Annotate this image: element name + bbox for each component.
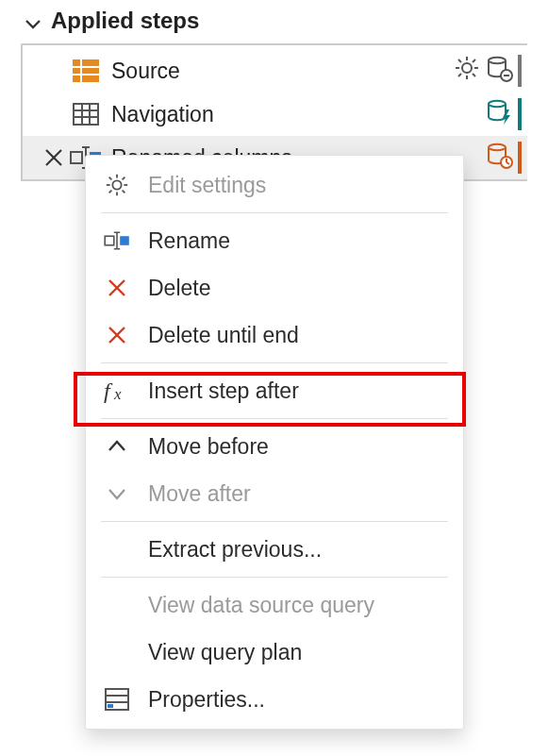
chevron-down-icon xyxy=(25,12,42,29)
svg-line-39 xyxy=(123,191,125,193)
menu-label: View data source query xyxy=(148,593,374,618)
gear-icon xyxy=(103,171,131,199)
blank-icon xyxy=(103,638,131,666)
svg-line-41 xyxy=(123,177,125,180)
step-row-source[interactable]: Source xyxy=(23,49,527,92)
svg-point-14 xyxy=(489,58,506,63)
svg-point-29 xyxy=(489,144,506,150)
menu-insert-step-after[interactable]: f x Insert step after xyxy=(86,367,463,414)
menu-separator xyxy=(101,362,448,363)
menu-rename[interactable]: Rename xyxy=(86,217,463,264)
menu-label: Edit settings xyxy=(148,173,266,198)
menu-delete-until-end[interactable]: Delete until end xyxy=(86,311,463,359)
svg-line-12 xyxy=(458,74,461,76)
status-stripe xyxy=(518,142,522,174)
fx-icon: f x xyxy=(103,377,131,405)
menu-label: Move after xyxy=(148,481,251,507)
database-minus-icon xyxy=(486,55,512,87)
x-icon xyxy=(103,321,131,349)
svg-line-40 xyxy=(109,191,112,193)
svg-line-10 xyxy=(458,59,461,62)
svg-line-13 xyxy=(473,59,475,62)
applied-steps-header[interactable]: Applied steps xyxy=(0,0,548,43)
svg-point-33 xyxy=(112,180,121,189)
svg-text:f: f xyxy=(104,378,113,403)
source-table-icon xyxy=(70,55,102,87)
chevron-down-icon xyxy=(103,479,131,508)
blank-icon xyxy=(103,535,131,563)
svg-rect-42 xyxy=(105,236,114,245)
properties-icon xyxy=(103,685,131,714)
menu-separator xyxy=(101,212,448,213)
menu-extract-previous[interactable]: Extract previous... xyxy=(86,526,463,573)
status-stripe xyxy=(518,98,522,130)
chevron-up-icon xyxy=(103,432,131,461)
menu-label: View query plan xyxy=(148,640,302,665)
menu-view-data-source-query: View data source query xyxy=(86,581,463,629)
blank-icon xyxy=(103,591,131,619)
menu-label: Properties... xyxy=(148,687,265,713)
menu-properties[interactable]: Properties... xyxy=(86,676,463,723)
menu-label: Extract previous... xyxy=(148,537,322,563)
menu-label: Move before xyxy=(148,434,269,460)
step-label: Navigation xyxy=(111,102,486,127)
step-row-navigation[interactable]: Navigation xyxy=(23,92,527,136)
svg-rect-17 xyxy=(74,104,98,125)
menu-label: Delete xyxy=(148,276,210,301)
menu-separator xyxy=(101,577,448,578)
menu-move-after: Move after xyxy=(86,470,463,517)
step-context-menu: Edit settings Rename Delete Delete until… xyxy=(85,155,464,730)
svg-marker-23 xyxy=(503,109,510,125)
svg-point-22 xyxy=(489,101,506,107)
menu-label: Rename xyxy=(148,228,230,254)
svg-rect-26 xyxy=(71,152,82,163)
panel-title: Applied steps xyxy=(51,8,199,34)
status-stripe xyxy=(518,55,522,87)
database-bolt-icon xyxy=(486,98,512,130)
delete-step-button[interactable] xyxy=(38,147,70,168)
step-label: Source xyxy=(111,59,454,84)
menu-label: Delete until end xyxy=(148,323,299,348)
menu-label: Insert step after xyxy=(148,378,299,404)
database-clock-icon xyxy=(486,142,512,174)
grid-icon xyxy=(70,98,102,130)
menu-view-query-plan[interactable]: View query plan xyxy=(86,629,463,676)
svg-rect-43 xyxy=(120,236,129,245)
menu-delete[interactable]: Delete xyxy=(86,264,463,311)
x-icon xyxy=(103,274,131,302)
rename-col-icon xyxy=(103,227,131,255)
menu-separator xyxy=(101,418,448,419)
menu-edit-settings: Edit settings xyxy=(86,161,463,209)
gear-icon[interactable] xyxy=(454,55,480,87)
menu-separator xyxy=(101,521,448,522)
svg-rect-54 xyxy=(108,704,113,708)
svg-text:x: x xyxy=(113,385,122,403)
svg-point-5 xyxy=(462,63,472,73)
svg-line-38 xyxy=(109,177,112,180)
svg-line-11 xyxy=(473,74,475,76)
menu-move-before[interactable]: Move before xyxy=(86,423,463,470)
